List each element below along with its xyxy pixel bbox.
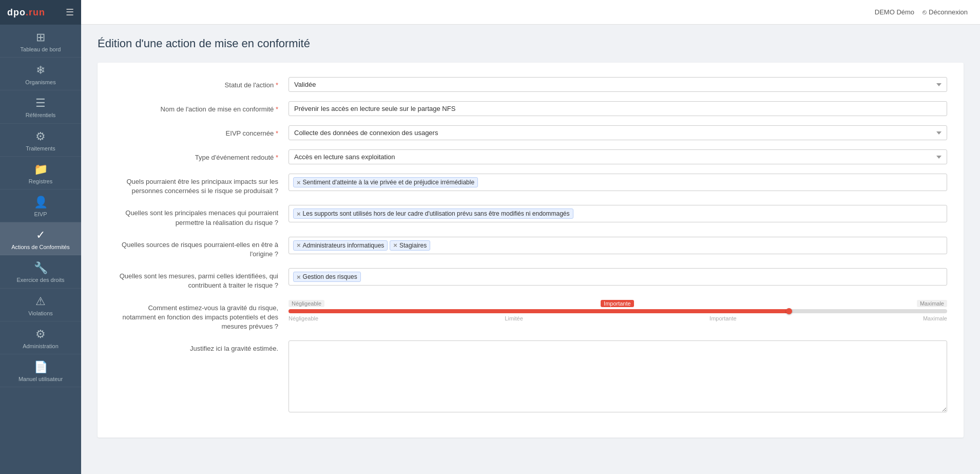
sidebar-label-administration: Administration — [23, 343, 59, 350]
sidebar-label-referentiels: Référentiels — [26, 112, 56, 119]
sidebar-label-traitements: Traitements — [26, 145, 55, 152]
logout-button[interactable]: ⎋ Déconnexion — [923, 8, 968, 16]
hamburger-icon[interactable]: ☰ — [66, 7, 74, 18]
slider-labels-top: Négligeable Importante Maximale — [289, 300, 947, 307]
slider-bottom-limitee: Limitée — [505, 315, 523, 321]
tableau-icon: ⊞ — [36, 31, 45, 44]
statut-select-wrapper: Validée À faire En cours Non applicable — [289, 77, 947, 92]
sidebar-item-actions[interactable]: ✓ Actions de Conformités — [0, 222, 81, 255]
sidebar-label-organismes: Organismes — [25, 79, 55, 86]
menaces-tag-remove-0[interactable]: × — [297, 211, 301, 217]
justification-textarea[interactable] — [289, 340, 947, 412]
slider-thumb[interactable] — [786, 308, 792, 314]
slider-bottom-negligeable: Négligeable — [289, 315, 318, 321]
mesures-tag-0: × Gestion des risques — [293, 272, 361, 282]
slider-label-maximale: Maximale — [917, 300, 947, 307]
logo-text: dpo.run — [7, 7, 45, 18]
nom-label: Nom de l'action de mise en conformité * — [114, 101, 289, 114]
eivp-icon: 👤 — [34, 196, 48, 209]
sources-row: Quelles sources de risques pourraient-el… — [114, 237, 947, 259]
violations-icon: ⚠ — [35, 295, 46, 308]
mesures-field: × Gestion des risques — [289, 268, 947, 286]
type-field: Accès en lecture sans exploitation — [289, 149, 947, 164]
sources-tag-0: × Administrateurs informatiques — [293, 240, 388, 251]
sidebar: dpo.run ☰ ⊞ Tableau de bord ❄ Organismes… — [0, 0, 81, 474]
eivp-field: Collecte des données de connexion des us… — [289, 125, 947, 140]
form-card: Statut de l'action * Validée À faire En … — [98, 63, 964, 438]
slider-section: Négligeable Importante Maximale — [289, 300, 947, 321]
page-title: Édition d'une action de mise en conformi… — [98, 37, 964, 50]
eivp-select[interactable]: Collecte des données de connexion des us… — [289, 125, 947, 140]
sidebar-item-administration[interactable]: ⚙ Administration — [0, 321, 81, 354]
type-select[interactable]: Accès en lecture sans exploitation — [289, 149, 947, 164]
sidebar-label-registres: Registres — [29, 178, 52, 185]
sidebar-label-tableau: Tableau de bord — [21, 46, 61, 53]
slider-bottom-maximale: Maximale — [923, 315, 947, 321]
administration-icon: ⚙ — [35, 328, 46, 341]
impacts-tags[interactable]: × Sentiment d'atteinte à la vie privée e… — [289, 174, 947, 191]
topbar: DEMO Démo ⎋ Déconnexion — [81, 0, 980, 25]
content-area: Édition d'une action de mise en conformi… — [81, 25, 980, 474]
slider-label-negligeable: Négligeable — [289, 300, 324, 307]
sidebar-item-organismes[interactable]: ❄ Organismes — [0, 58, 81, 90]
sidebar-label-eivp: EIVP — [34, 211, 47, 218]
eivp-select-wrapper: Collecte des données de connexion des us… — [289, 125, 947, 140]
menaces-label: Quelles sont les principales menaces qui… — [114, 205, 289, 227]
referentiels-icon: ☰ — [35, 97, 46, 110]
nom-input[interactable] — [289, 101, 947, 116]
mesures-tags[interactable]: × Gestion des risques — [289, 268, 947, 286]
sidebar-item-violations[interactable]: ⚠ Violations — [0, 289, 81, 321]
logo-accent: .run — [26, 7, 45, 17]
organismes-icon: ❄ — [36, 64, 45, 77]
type-row: Type d'événement redouté * Accès en lect… — [114, 149, 947, 164]
statut-required: * — [276, 81, 278, 89]
justification-row: Justifiez ici la gravité estimée. — [114, 340, 947, 414]
sources-tag-remove-1[interactable]: × — [393, 242, 397, 249]
gravite-field: Négligeable Importante Maximale — [289, 300, 947, 321]
mesures-label: Quelles sont les mesures, parmi celles i… — [114, 268, 289, 290]
registres-icon: 📁 — [34, 163, 48, 176]
main-content: DEMO Démo ⎋ Déconnexion Édition d'une ac… — [81, 0, 980, 474]
sidebar-item-traitements[interactable]: ⚙ Traitements — [0, 124, 81, 157]
sidebar-logo: dpo.run ☰ — [0, 0, 81, 25]
impacts-tag-0: × Sentiment d'atteinte à la vie privée e… — [293, 177, 478, 187]
nom-required: * — [276, 105, 278, 113]
sidebar-label-violations: Violations — [28, 310, 53, 317]
statut-select[interactable]: Validée À faire En cours Non applicable — [289, 77, 947, 92]
menaces-row: Quelles sont les principales menaces qui… — [114, 205, 947, 227]
menaces-field: × Les supports sont utilisés hors de leu… — [289, 205, 947, 222]
impacts-label: Quels pourraient être les principaux imp… — [114, 174, 289, 196]
sidebar-item-tableau[interactable]: ⊞ Tableau de bord — [0, 25, 81, 58]
sidebar-item-exercice[interactable]: 🔧 Exercice des droits — [0, 255, 81, 288]
logout-icon: ⎋ — [923, 8, 927, 16]
traitements-icon: ⚙ — [35, 130, 46, 143]
menaces-tag-0: × Les supports sont utilisés hors de leu… — [293, 208, 573, 219]
sidebar-item-referentiels[interactable]: ☰ Référentiels — [0, 90, 81, 123]
sidebar-item-manuel[interactable]: 📄 Manuel utilisateur — [0, 354, 81, 387]
mesures-tag-remove-0[interactable]: × — [297, 274, 301, 280]
justification-label: Justifiez ici la gravité estimée. — [114, 340, 289, 353]
slider-track — [289, 309, 947, 313]
sidebar-item-eivp[interactable]: 👤 EIVP — [0, 189, 81, 222]
nom-row: Nom de l'action de mise en conformité * — [114, 101, 947, 116]
menaces-tags[interactable]: × Les supports sont utilisés hors de leu… — [289, 205, 947, 222]
actions-icon: ✓ — [36, 229, 45, 242]
slider-label-importante: Importante — [601, 300, 634, 307]
type-required: * — [276, 154, 278, 161]
eivp-label: EIVP concernée * — [114, 125, 289, 138]
topbar-user: DEMO Démo — [875, 8, 914, 16]
mesures-row: Quelles sont les mesures, parmi celles i… — [114, 268, 947, 290]
statut-row: Statut de l'action * Validée À faire En … — [114, 77, 947, 92]
exercice-icon: 🔧 — [34, 261, 48, 275]
gravite-label: Comment estimez-vous la gravité du risqu… — [114, 300, 289, 332]
justification-field — [289, 340, 947, 414]
sidebar-item-registres[interactable]: 📁 Registres — [0, 157, 81, 189]
sources-label: Quelles sources de risques pourraient-el… — [114, 237, 289, 259]
statut-label: Statut de l'action * — [114, 77, 289, 90]
sources-tag-1: × Stagiaires — [390, 240, 430, 251]
sidebar-label-exercice: Exercice des droits — [17, 277, 65, 283]
sources-tags[interactable]: × Administrateurs informatiques × Stagia… — [289, 237, 947, 254]
impacts-tag-remove-0[interactable]: × — [297, 179, 301, 186]
sources-tag-remove-0[interactable]: × — [297, 242, 301, 249]
statut-field: Validée À faire En cours Non applicable — [289, 77, 947, 92]
